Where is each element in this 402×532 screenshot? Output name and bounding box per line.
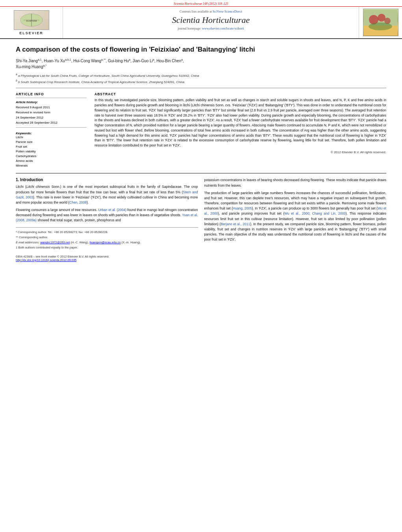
keyword-pollen: Pollen viability xyxy=(16,149,87,154)
article-history-heading: Article history: xyxy=(16,100,87,105)
cover-art xyxy=(363,9,398,36)
elsevier-logo-image: ELSEVIER xyxy=(14,10,49,30)
fn-corresponding1: * Corresponding author. Tel.: +86 20 852… xyxy=(16,230,198,234)
ref-yuan2008[interactable]: Yuan et al. (2008, 2009a) xyxy=(16,213,198,222)
footer-issn-doi: 0304-4238/$ – see front matter © 2012 El… xyxy=(16,253,198,262)
article-title: A comparison of the costs of flowering i… xyxy=(16,45,386,54)
intro-para2: Flowering consumes a large amount of tre… xyxy=(16,208,198,223)
ref-chang2003[interactable]: Chang and Lin, 2003 xyxy=(312,211,346,215)
svg-point-9 xyxy=(369,22,392,30)
svg-text:ELSEVIER: ELSEVIER xyxy=(26,20,37,22)
fn-corresponding2: ** Corresponding author. xyxy=(16,235,198,239)
abstract-text: In this study, we investigated panicle s… xyxy=(94,98,386,148)
main-content-two-col: 1. Introduction Litchi (Litchi chinensis… xyxy=(16,178,386,261)
received-revised: Received in revised form24 September 201… xyxy=(16,110,87,120)
divider-after-affiliations xyxy=(16,88,386,88)
accepted-date: Accepted 28 September 2012 xyxy=(16,120,87,126)
doi-link[interactable]: http://dx.doi.org/10.1016/j.scienta.2012… xyxy=(16,258,76,262)
ref-urban2004[interactable]: Urban et al. (2004) xyxy=(98,208,127,212)
elsevier-emblem-svg: ELSEVIER xyxy=(20,13,43,27)
introduction-heading: 1. Introduction xyxy=(16,178,198,182)
cover-art-svg xyxy=(364,10,397,35)
keyword-carbs: Carbohydrates xyxy=(16,154,87,159)
svg-point-7 xyxy=(378,14,385,22)
header-top: Scientia Horticulturae 148 (2012) 118–12… xyxy=(0,0,402,7)
intro-para1: Litchi (Litchi chinensis Sonn.) is one o… xyxy=(16,184,198,205)
journal-title: Scientia Horticulturae xyxy=(71,15,351,25)
copyright-line: © 2012 Elsevier B.V. All rights reserved… xyxy=(94,150,386,154)
affiliation-a: a a Physiological Lab for South China Fr… xyxy=(16,72,386,78)
authors-line: Shi-Ya Jianga,1, Huan-Yu Xua,b,1, Hui-Co… xyxy=(16,58,386,70)
keyword-minerals: Minerals xyxy=(16,163,87,168)
contents-available-line: Contents lists available at SciVerse Sci… xyxy=(71,10,351,13)
journal-homepage: journal homepage: www.elsevier.com/locat… xyxy=(71,27,351,30)
keywords-label: Keywords: xyxy=(16,132,32,135)
left-column: Article Info Article history: Received 9… xyxy=(16,92,87,168)
page-wrapper: Scientia Horticulturae 148 (2012) 118–12… xyxy=(0,0,402,532)
sciverse-link[interactable]: SciVerse ScienceDirect xyxy=(213,10,242,13)
article-info-abstract-section: Article Info Article history: Received 9… xyxy=(16,92,386,168)
journal-ref: Scientia Horticulturae 148 (2012) 118–12… xyxy=(174,2,228,6)
fn-email: E-mail addresses: wanghc1972@263.net (H.… xyxy=(16,240,198,245)
keyword-litchi: Litchi xyxy=(16,135,87,140)
article-body: A comparison of the costs of flowering i… xyxy=(0,39,402,266)
ref-huang2005[interactable]: Huang, 2005 xyxy=(233,206,252,210)
fn-equal-contrib: 1 Both authors contributed equally to th… xyxy=(16,245,198,250)
keyword-panicle: Panicle size xyxy=(16,140,87,145)
main-right-col: potassium concentrations in leaves of be… xyxy=(204,178,387,261)
keywords-box: Keywords: Litchi Panicle size Fruit set … xyxy=(16,132,87,168)
abstract-label: ABSTRACT xyxy=(94,92,386,96)
main-left-col: 1. Introduction Litchi (Litchi chinensis… xyxy=(16,178,198,261)
ref-chen2008[interactable]: Chen, 2008 xyxy=(69,200,87,204)
keyword-fruitset: Fruit set xyxy=(16,145,87,149)
divider-after-abstract xyxy=(16,173,386,174)
elsevier-brand: ELSEVIER xyxy=(14,31,49,35)
footer-doi: http://dx.doi.org/10.1016/j.scienta.2012… xyxy=(16,258,198,262)
email-huang[interactable]: huangxm@scau.edu.cn xyxy=(89,241,120,244)
ref-berjano2011[interactable]: Berjano et al., 2011 xyxy=(220,222,250,226)
journal-homepage-link[interactable]: www.elsevier.com/locate/scihorti xyxy=(202,27,244,30)
header-center: Contents lists available at SciVerse Sci… xyxy=(63,7,359,38)
ref-stern2003[interactable]: Stern and Gazit, 2003 xyxy=(16,190,198,199)
article-info-box: Article history: Received 9 August 2011 … xyxy=(16,98,87,128)
affiliation-b: b b South Subtropical Crop Research Inst… xyxy=(16,79,386,84)
footnote-section: * Corresponding author. Tel.: +86 20 852… xyxy=(16,227,198,250)
journal-cover-image xyxy=(359,7,402,38)
footer-issn: 0304-4238/$ – see front matter © 2012 El… xyxy=(16,255,198,258)
header-banner: ELSEVIER ELSEVIER Contents lists availab… xyxy=(0,7,402,39)
ref-wu2000b[interactable]: Wu et al., 2000 xyxy=(284,211,309,215)
right-column: ABSTRACT In this study, we investigated … xyxy=(94,92,386,168)
article-info-label: Article Info xyxy=(16,92,87,96)
received-date: Received 9 August 2011 xyxy=(16,105,87,110)
keyword-amino: Amino acids xyxy=(16,159,87,163)
elsevier-logo: ELSEVIER ELSEVIER xyxy=(14,10,49,35)
elsevier-logo-container: ELSEVIER ELSEVIER xyxy=(0,7,63,38)
intro-para3: potassium concentrations in leaves of be… xyxy=(204,178,387,188)
intro-para4: The production of large panicles with la… xyxy=(204,191,387,243)
email-wang[interactable]: wanghc1972@263.net xyxy=(40,241,70,244)
